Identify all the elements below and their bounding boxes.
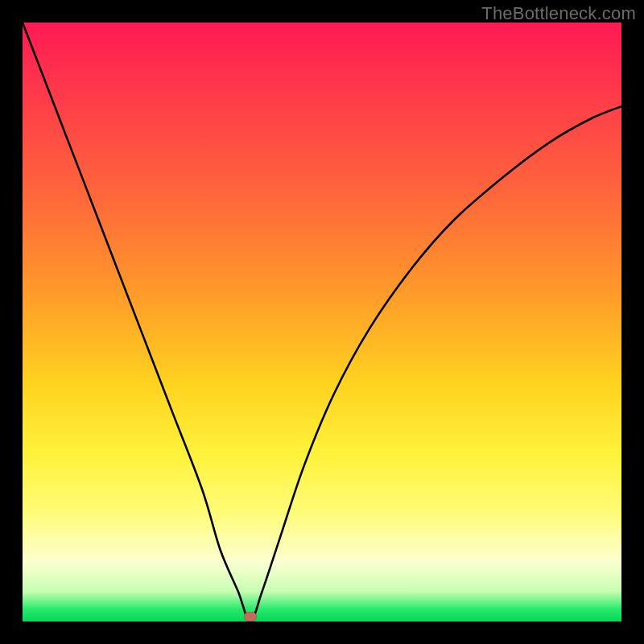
watermark-label: TheBottleneck.com (481, 3, 636, 24)
plot-area (23, 23, 621, 621)
optimal-marker (244, 612, 257, 621)
bottleneck-curve (23, 23, 621, 621)
chart-frame: TheBottleneck.com (0, 0, 644, 644)
